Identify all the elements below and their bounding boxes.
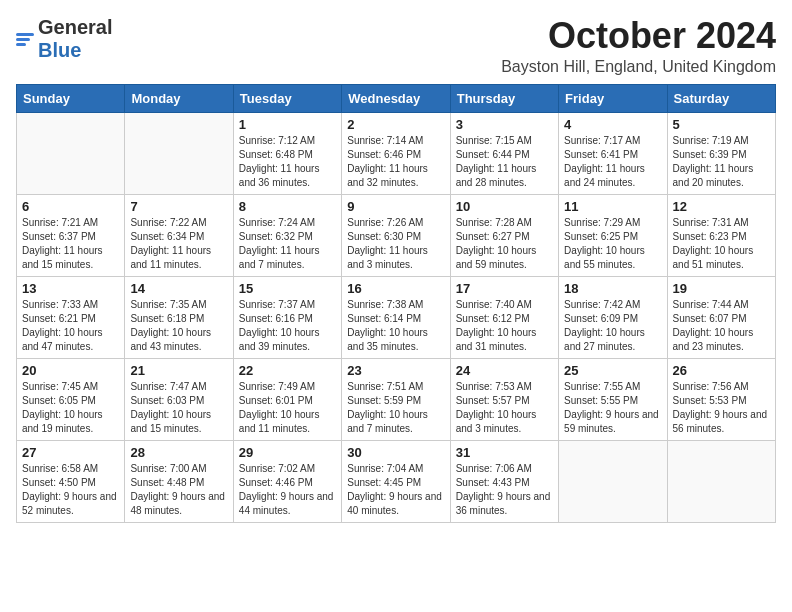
cell-date: 19: [673, 281, 770, 296]
table-row: 11Sunrise: 7:29 AM Sunset: 6:25 PM Dayli…: [559, 194, 667, 276]
table-row: 18Sunrise: 7:42 AM Sunset: 6:09 PM Dayli…: [559, 276, 667, 358]
table-row: 26Sunrise: 7:56 AM Sunset: 5:53 PM Dayli…: [667, 358, 775, 440]
table-row: 16Sunrise: 7:38 AM Sunset: 6:14 PM Dayli…: [342, 276, 450, 358]
cell-info: Sunrise: 7:26 AM Sunset: 6:30 PM Dayligh…: [347, 216, 444, 272]
cell-info: Sunrise: 7:00 AM Sunset: 4:48 PM Dayligh…: [130, 462, 227, 518]
cell-date: 13: [22, 281, 119, 296]
table-row: 6Sunrise: 7:21 AM Sunset: 6:37 PM Daylig…: [17, 194, 125, 276]
cell-info: Sunrise: 7:15 AM Sunset: 6:44 PM Dayligh…: [456, 134, 553, 190]
cell-date: 25: [564, 363, 661, 378]
cell-date: 5: [673, 117, 770, 132]
cell-date: 14: [130, 281, 227, 296]
cell-date: 10: [456, 199, 553, 214]
table-row: [559, 440, 667, 522]
cell-date: 4: [564, 117, 661, 132]
logo: General Blue: [16, 16, 112, 62]
cell-date: 2: [347, 117, 444, 132]
cell-date: 11: [564, 199, 661, 214]
calendar-week-3: 20Sunrise: 7:45 AM Sunset: 6:05 PM Dayli…: [17, 358, 776, 440]
table-row: 10Sunrise: 7:28 AM Sunset: 6:27 PM Dayli…: [450, 194, 558, 276]
table-row: 15Sunrise: 7:37 AM Sunset: 6:16 PM Dayli…: [233, 276, 341, 358]
cell-info: Sunrise: 7:44 AM Sunset: 6:07 PM Dayligh…: [673, 298, 770, 354]
table-row: 28Sunrise: 7:00 AM Sunset: 4:48 PM Dayli…: [125, 440, 233, 522]
col-thursday: Thursday: [450, 84, 558, 112]
month-title: October 2024: [501, 16, 776, 56]
cell-date: 24: [456, 363, 553, 378]
cell-info: Sunrise: 7:24 AM Sunset: 6:32 PM Dayligh…: [239, 216, 336, 272]
calendar-week-2: 13Sunrise: 7:33 AM Sunset: 6:21 PM Dayli…: [17, 276, 776, 358]
calendar: Sunday Monday Tuesday Wednesday Thursday…: [16, 84, 776, 523]
cell-info: Sunrise: 7:31 AM Sunset: 6:23 PM Dayligh…: [673, 216, 770, 272]
col-friday: Friday: [559, 84, 667, 112]
table-row: 1Sunrise: 7:12 AM Sunset: 6:48 PM Daylig…: [233, 112, 341, 194]
calendar-week-1: 6Sunrise: 7:21 AM Sunset: 6:37 PM Daylig…: [17, 194, 776, 276]
cell-info: Sunrise: 7:49 AM Sunset: 6:01 PM Dayligh…: [239, 380, 336, 436]
table-row: 12Sunrise: 7:31 AM Sunset: 6:23 PM Dayli…: [667, 194, 775, 276]
cell-info: Sunrise: 7:47 AM Sunset: 6:03 PM Dayligh…: [130, 380, 227, 436]
cell-date: 7: [130, 199, 227, 214]
title-area: October 2024 Bayston Hill, England, Unit…: [501, 16, 776, 76]
cell-date: 15: [239, 281, 336, 296]
col-saturday: Saturday: [667, 84, 775, 112]
table-row: 29Sunrise: 7:02 AM Sunset: 4:46 PM Dayli…: [233, 440, 341, 522]
calendar-header-row: Sunday Monday Tuesday Wednesday Thursday…: [17, 84, 776, 112]
cell-date: 18: [564, 281, 661, 296]
cell-date: 1: [239, 117, 336, 132]
table-row: 22Sunrise: 7:49 AM Sunset: 6:01 PM Dayli…: [233, 358, 341, 440]
cell-info: Sunrise: 7:51 AM Sunset: 5:59 PM Dayligh…: [347, 380, 444, 436]
cell-info: Sunrise: 7:42 AM Sunset: 6:09 PM Dayligh…: [564, 298, 661, 354]
logo-blue: Blue: [38, 39, 81, 61]
col-sunday: Sunday: [17, 84, 125, 112]
cell-info: Sunrise: 7:02 AM Sunset: 4:46 PM Dayligh…: [239, 462, 336, 518]
col-wednesday: Wednesday: [342, 84, 450, 112]
cell-info: Sunrise: 7:21 AM Sunset: 6:37 PM Dayligh…: [22, 216, 119, 272]
cell-date: 16: [347, 281, 444, 296]
cell-info: Sunrise: 7:38 AM Sunset: 6:14 PM Dayligh…: [347, 298, 444, 354]
table-row: 25Sunrise: 7:55 AM Sunset: 5:55 PM Dayli…: [559, 358, 667, 440]
cell-info: Sunrise: 7:29 AM Sunset: 6:25 PM Dayligh…: [564, 216, 661, 272]
cell-info: Sunrise: 7:56 AM Sunset: 5:53 PM Dayligh…: [673, 380, 770, 436]
cell-date: 3: [456, 117, 553, 132]
col-tuesday: Tuesday: [233, 84, 341, 112]
calendar-week-0: 1Sunrise: 7:12 AM Sunset: 6:48 PM Daylig…: [17, 112, 776, 194]
cell-info: Sunrise: 7:35 AM Sunset: 6:18 PM Dayligh…: [130, 298, 227, 354]
table-row: 4Sunrise: 7:17 AM Sunset: 6:41 PM Daylig…: [559, 112, 667, 194]
table-row: 3Sunrise: 7:15 AM Sunset: 6:44 PM Daylig…: [450, 112, 558, 194]
cell-info: Sunrise: 7:06 AM Sunset: 4:43 PM Dayligh…: [456, 462, 553, 518]
cell-info: Sunrise: 7:17 AM Sunset: 6:41 PM Dayligh…: [564, 134, 661, 190]
table-row: 5Sunrise: 7:19 AM Sunset: 6:39 PM Daylig…: [667, 112, 775, 194]
cell-date: 9: [347, 199, 444, 214]
table-row: 20Sunrise: 7:45 AM Sunset: 6:05 PM Dayli…: [17, 358, 125, 440]
table-row: [125, 112, 233, 194]
cell-info: Sunrise: 7:19 AM Sunset: 6:39 PM Dayligh…: [673, 134, 770, 190]
location: Bayston Hill, England, United Kingdom: [501, 58, 776, 76]
table-row: 8Sunrise: 7:24 AM Sunset: 6:32 PM Daylig…: [233, 194, 341, 276]
calendar-week-4: 27Sunrise: 6:58 AM Sunset: 4:50 PM Dayli…: [17, 440, 776, 522]
cell-info: Sunrise: 7:55 AM Sunset: 5:55 PM Dayligh…: [564, 380, 661, 436]
cell-date: 17: [456, 281, 553, 296]
cell-info: Sunrise: 7:14 AM Sunset: 6:46 PM Dayligh…: [347, 134, 444, 190]
cell-date: 21: [130, 363, 227, 378]
logo-general: General: [38, 16, 112, 38]
cell-date: 28: [130, 445, 227, 460]
cell-info: Sunrise: 7:04 AM Sunset: 4:45 PM Dayligh…: [347, 462, 444, 518]
cell-info: Sunrise: 7:28 AM Sunset: 6:27 PM Dayligh…: [456, 216, 553, 272]
table-row: 13Sunrise: 7:33 AM Sunset: 6:21 PM Dayli…: [17, 276, 125, 358]
cell-info: Sunrise: 7:12 AM Sunset: 6:48 PM Dayligh…: [239, 134, 336, 190]
table-row: 31Sunrise: 7:06 AM Sunset: 4:43 PM Dayli…: [450, 440, 558, 522]
cell-date: 20: [22, 363, 119, 378]
cell-info: Sunrise: 7:22 AM Sunset: 6:34 PM Dayligh…: [130, 216, 227, 272]
table-row: 21Sunrise: 7:47 AM Sunset: 6:03 PM Dayli…: [125, 358, 233, 440]
cell-info: Sunrise: 7:45 AM Sunset: 6:05 PM Dayligh…: [22, 380, 119, 436]
table-row: 7Sunrise: 7:22 AM Sunset: 6:34 PM Daylig…: [125, 194, 233, 276]
table-row: 23Sunrise: 7:51 AM Sunset: 5:59 PM Dayli…: [342, 358, 450, 440]
cell-date: 22: [239, 363, 336, 378]
cell-info: Sunrise: 7:37 AM Sunset: 6:16 PM Dayligh…: [239, 298, 336, 354]
cell-date: 12: [673, 199, 770, 214]
table-row: 14Sunrise: 7:35 AM Sunset: 6:18 PM Dayli…: [125, 276, 233, 358]
cell-date: 31: [456, 445, 553, 460]
cell-date: 27: [22, 445, 119, 460]
table-row: 27Sunrise: 6:58 AM Sunset: 4:50 PM Dayli…: [17, 440, 125, 522]
col-monday: Monday: [125, 84, 233, 112]
cell-date: 6: [22, 199, 119, 214]
